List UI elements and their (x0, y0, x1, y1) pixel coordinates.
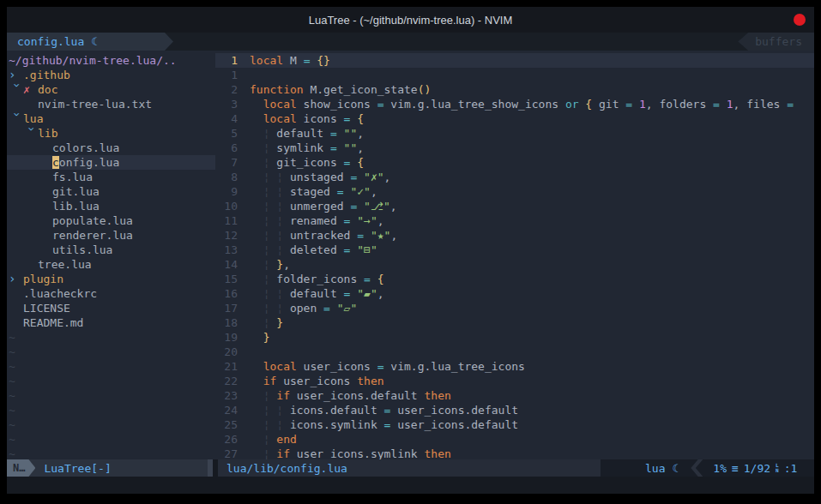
lua-icon: ☾ (91, 35, 98, 48)
tree-item-label: ~ (9, 389, 15, 402)
line-number: 11 (215, 213, 250, 228)
line-number: 27 (215, 447, 250, 459)
tree-item-label: ~ (9, 404, 15, 417)
tree-item[interactable]: git.lua (7, 184, 215, 199)
tree-item-label: config.lua (52, 156, 119, 169)
chevron-down-icon[interactable]: › (9, 111, 24, 125)
tree-item[interactable]: ›plugin (7, 272, 215, 286)
tree-item[interactable]: ›✗doc (7, 82, 215, 97)
code-line[interactable]: 16 ¦ ¦ default = "▰", (215, 286, 814, 301)
chevron-down-icon[interactable]: › (9, 82, 24, 96)
git-status-icon: ✗ (23, 82, 38, 97)
line-number-icon: LN (776, 463, 779, 473)
tree-item-label: populate.lua (52, 214, 133, 227)
code-line[interactable]: 8 ¦ ¦ unstaged = "✗", (215, 170, 814, 184)
code-line[interactable]: 5 ¦ default = "", (215, 126, 814, 141)
code-line[interactable]: 9 ¦ ¦ staged = "✓", (215, 184, 814, 199)
tree-item-label: ~ (9, 331, 15, 344)
tree-item-label: ~ (9, 418, 15, 431)
code-line[interactable]: 3 local show_icons = vim.g.lua_tree_show… (215, 97, 814, 111)
tree-item[interactable]: nvim-tree-lua.txt (7, 97, 215, 111)
line-number: 26 (215, 432, 250, 447)
column-number: :1 (784, 462, 798, 475)
code-line[interactable]: 17 ¦ ¦ open = "▱" (215, 301, 814, 315)
tree-item[interactable]: populate.lua (7, 213, 215, 228)
code-line[interactable]: 1local M = {} (215, 53, 814, 68)
code-line[interactable]: 10 ¦ ¦ unmerged = "⎇", (215, 199, 814, 213)
tree-item[interactable]: utils.lua (7, 243, 215, 257)
code-line[interactable]: 14 ¦ }, (215, 257, 814, 272)
code-line[interactable]: 26 ¦ end (215, 432, 814, 447)
code-line[interactable]: 4 local icons = { (215, 111, 814, 126)
tree-item[interactable]: lib.lua (7, 199, 215, 213)
close-button[interactable] (794, 14, 806, 26)
title-bar: LuaTree - (~/github/nvim-tree.lua) - NVI… (7, 7, 814, 33)
tab-label: config.lua (17, 35, 84, 48)
line-number: 9 (215, 184, 250, 199)
tree-item-label: renderer.lua (52, 229, 133, 242)
tree-item-label: ~ (9, 433, 15, 446)
code-line[interactable]: 11 ¦ ¦ renamed = "→", (215, 213, 814, 228)
tree-item[interactable]: fs.lua (7, 170, 215, 184)
code-buffer: 1local M = {}12function M.get_icon_state… (215, 51, 814, 459)
tree-item-label: ~ (9, 345, 15, 358)
cursor-stats: 1% ≡ 1/92 LN :1 (713, 462, 797, 475)
code-line[interactable]: 27 ¦ if user_icons.symlink then (215, 447, 814, 459)
tree-cursor: c (52, 156, 59, 169)
code-line[interactable]: 22 if user_icons then (215, 374, 814, 388)
tree-item[interactable]: ›lib (7, 126, 215, 141)
statusline-right-segment: lua ☾ 1% ≡ 1/92 LN :1 (601, 459, 814, 477)
tree-item-label: lua (23, 112, 43, 125)
code-line[interactable]: 2function M.get_icon_state() (215, 82, 814, 97)
empty-line-tilde: ~ (7, 359, 215, 374)
code-line[interactable]: 21 local user_icons = vim.g.lua_tree_ico… (215, 359, 814, 374)
tree-item-label: ~ (9, 360, 15, 373)
tree-item[interactable]: config.lua (7, 155, 215, 170)
tree-item[interactable]: .luacheckrc (7, 286, 215, 301)
tree-item-label: lib (38, 127, 57, 140)
tree-item[interactable]: colors.lua (7, 141, 215, 155)
code-line[interactable]: 23 ¦ if user_icons.default then (215, 388, 814, 403)
line-number: 16 (215, 286, 250, 301)
buffers-segment[interactable]: buffers (738, 33, 814, 51)
status-line: N… LuaTree[-] lua/lib/config.lua lua ☾ 1… (7, 459, 814, 477)
line-number: 18 (215, 315, 250, 330)
chevron-down-icon[interactable]: › (24, 126, 39, 140)
line-number: 12 (215, 228, 250, 243)
filetype-label: lua (645, 462, 665, 475)
code-line[interactable]: 7 ¦ git_icons = { (215, 155, 814, 170)
line-number: 1 (215, 53, 250, 68)
code-line[interactable]: 19 } (215, 330, 814, 345)
chevron-right-icon[interactable]: › (9, 272, 23, 286)
tree-item-label: fs.lua (52, 171, 93, 183)
line-number: 6 (215, 141, 250, 155)
tab-config-lua[interactable]: config.lua ☾ (7, 33, 173, 51)
lines-icon: ≡ (732, 462, 739, 475)
code-line[interactable]: 13 ¦ ¦ deleted = "⊟" (215, 243, 814, 257)
tree-item[interactable]: ~/github/nvim-tree.lua/.. (7, 53, 215, 68)
tree-item[interactable]: LICENSE (7, 301, 215, 315)
code-line[interactable]: 6 ¦ symlink = "", (215, 141, 814, 155)
tree-item-label: colors.lua (52, 141, 119, 154)
tree-item[interactable]: renderer.lua (7, 228, 215, 243)
line-number: 14 (215, 257, 250, 272)
code-line[interactable]: 15 ¦ folder_icons = { (215, 272, 814, 286)
chevron-right-icon[interactable]: › (9, 68, 23, 82)
code-line[interactable]: 18 ¦ } (215, 315, 814, 330)
tree-item[interactable]: README.md (7, 315, 215, 330)
code-line[interactable]: 20 (215, 345, 814, 359)
code-line[interactable]: 24 ¦ ¦ icons.default = user_icons.defaul… (215, 403, 814, 417)
tree-item[interactable]: ›.github (7, 68, 215, 82)
tree-window-title: LuaTree[-] (44, 462, 111, 475)
command-line[interactable] (7, 477, 814, 494)
tree-item-label: README.md (23, 316, 83, 329)
code-line[interactable]: 12 ¦ ¦ untracked = "★", (215, 228, 814, 243)
tree-item[interactable]: ›lua (7, 111, 215, 126)
code-line[interactable]: 25 ¦ ¦ icons.symlink = user_icons.defaul… (215, 417, 814, 432)
line-number: 15 (215, 272, 250, 286)
code-line[interactable]: 1 (215, 68, 814, 82)
tree-item-label: plugin (23, 273, 63, 285)
tree-item[interactable]: tree.lua (7, 257, 215, 272)
line-number: 22 (215, 374, 250, 388)
empty-line-tilde: ~ (7, 403, 215, 417)
